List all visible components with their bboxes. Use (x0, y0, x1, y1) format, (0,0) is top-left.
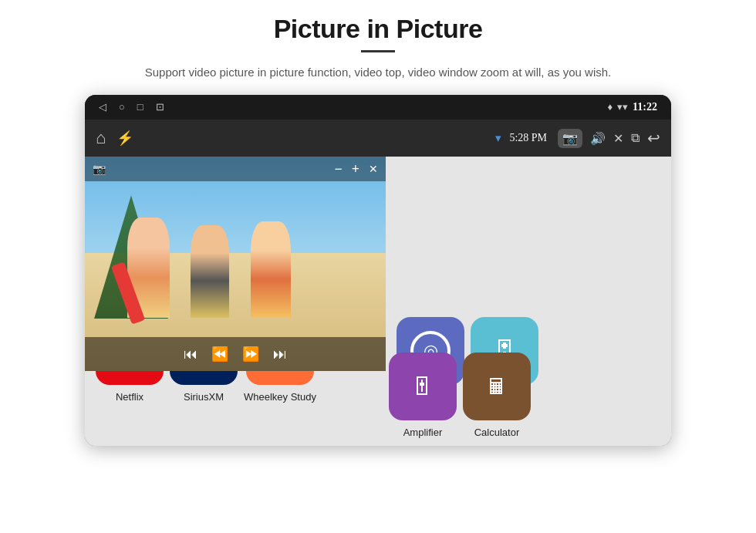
status-time: 11:22 (633, 101, 657, 113)
amplifier-label: Amplifier (403, 427, 443, 438)
bookmark-icon: ⊡ (156, 101, 164, 113)
person-3 (251, 221, 291, 318)
toolbar-left: ⌂ ⚡ (96, 128, 133, 148)
rewind-btn[interactable]: ⏮ (184, 346, 197, 363)
second-bottom-row: 🎚 Amplifier 🖩 Calculator (386, 345, 534, 446)
amplifier-symbol: 🎚 (410, 373, 435, 401)
forward-btn[interactable]: ⏭ (273, 346, 287, 363)
toolbar-right: ▾ 5:28 PM 📷 🔊 ✕ ⧉ ↩ (495, 129, 660, 148)
close-btn[interactable]: ✕ (613, 131, 623, 146)
back-nav-icon[interactable]: ◁ (99, 101, 106, 113)
toolbar-time: 5:28 PM (509, 132, 547, 144)
camera-badge[interactable]: 📷 (558, 129, 582, 148)
siriusxm-label: SiriusXM (184, 391, 224, 403)
pip-plus-btn[interactable]: + (352, 161, 359, 177)
home-nav-icon[interactable]: ○ (119, 101, 125, 113)
page-container: Picture in Picture Support video picture… (0, 0, 756, 533)
toolbar-back-icon[interactable]: ↩ (647, 129, 660, 147)
calculator-app[interactable]: 🖩 Calculator (460, 345, 534, 446)
prev-btn[interactable]: ⏪ (211, 346, 228, 363)
status-bar: ◁ ○ □ ⊡ ♦ ▾▾ 11:22 (85, 95, 671, 120)
calculator-symbol: 🖩 (486, 374, 508, 400)
netflix-label: Netflix (116, 391, 143, 403)
main-area: N Netflix SXM SiriusXM 🔑 (85, 157, 671, 446)
volume-icon[interactable]: 🔊 (590, 131, 606, 146)
pip-minus-btn[interactable]: − (334, 161, 342, 177)
title-divider (361, 50, 395, 52)
wheelkey-label: Wheelkey Study (244, 391, 316, 403)
signal-icon: ▾▾ (617, 101, 628, 113)
page-subtitle: Support video picture in picture functio… (145, 63, 611, 81)
recents-nav-icon[interactable]: □ (137, 101, 143, 113)
pip-controls-right: − + ✕ (334, 161, 378, 177)
calculator-label: Calculator (474, 427, 520, 438)
page-title: Picture in Picture (274, 14, 483, 44)
pip-video[interactable]: 📷 − + ✕ ⏮ ⏪ ⏩ ⏭ (85, 157, 386, 371)
app-toolbar: ⌂ ⚡ ▾ 5:28 PM 📷 🔊 ✕ ⧉ ↩ (85, 120, 671, 157)
location-icon: ♦ (607, 101, 613, 113)
pip-top-bar: 📷 − + ✕ (85, 157, 386, 181)
status-bar-left: ◁ ○ □ ⊡ (99, 101, 164, 113)
status-bar-right: ♦ ▾▾ 11:22 (607, 101, 657, 113)
amplifier-app[interactable]: 🎚 Amplifier (386, 345, 460, 446)
device-frame: ◁ ○ □ ⊡ ♦ ▾▾ 11:22 ⌂ ⚡ ▾ 5:28 PM 📷 🔊 (85, 95, 671, 446)
pip-icon[interactable]: ⧉ (631, 131, 640, 145)
pip-bottom-controls: ⏮ ⏪ ⏩ ⏭ (85, 337, 386, 371)
pip-camera-icon: 📷 (93, 163, 106, 176)
next-btn[interactable]: ⏩ (242, 346, 259, 363)
calculator-icon-box: 🖩 (463, 353, 531, 420)
person-2 (191, 225, 229, 318)
home-icon[interactable]: ⌂ (96, 128, 106, 148)
usb-icon: ⚡ (116, 130, 133, 147)
pip-close-btn[interactable]: ✕ (369, 163, 378, 176)
amplifier-icon-box: 🎚 (389, 353, 457, 420)
wifi-status-icon: ▾ (495, 131, 501, 145)
